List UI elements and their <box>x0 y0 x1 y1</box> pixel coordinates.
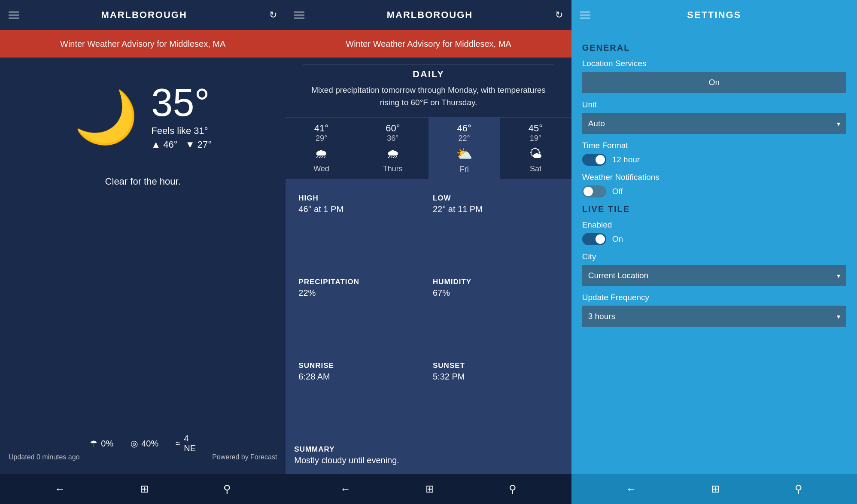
enabled-toggle[interactable] <box>582 233 606 245</box>
time-format-setting: Time Format 12 hour <box>582 141 846 166</box>
update-frequency-select-wrapper: 3 hours 1 hour 6 hours ▾ <box>582 306 846 327</box>
temp-info: 35° Feels like 31° ▲ 46° ▼ 27° <box>151 83 212 150</box>
right-panel: SETTINGS GENERAL Location Services On Un… <box>571 0 857 504</box>
sunset-detail: SUNSET 5:32 PM <box>428 355 563 439</box>
middle-bottom-bar: ← ⊞ ⚲ <box>286 474 571 504</box>
unit-label: Unit <box>582 100 846 109</box>
enabled-toggle-row: On <box>582 233 846 245</box>
update-frequency-setting: Update Frequency 3 hours 1 hour 6 hours … <box>582 293 846 327</box>
search-icon-left[interactable]: ⚲ <box>223 483 231 495</box>
divider <box>303 64 554 64</box>
city-select[interactable]: Current Location Custom <box>582 265 846 286</box>
high-value: 46° at 1 PM <box>298 204 424 214</box>
sat-low: 19° <box>530 134 541 143</box>
search-icon-middle[interactable]: ⚲ <box>509 483 517 495</box>
wed-icon: 🌧 <box>315 146 328 161</box>
humidity-value: 67% <box>433 288 559 298</box>
sunset-label: SUNSET <box>433 361 559 370</box>
temp-range: ▲ 46° ▼ 27° <box>151 139 212 150</box>
middle-title: MARLBOROUGH <box>387 9 473 21</box>
time-format-toggle-row: 12 hour <box>582 154 846 166</box>
forecast-wed[interactable]: 41° 29° 🌧 Wed <box>286 118 357 179</box>
summary-label: SUMMARY <box>294 445 562 454</box>
enabled-value: On <box>612 234 623 244</box>
home-icon-right[interactable]: ⊞ <box>711 483 720 495</box>
refresh-icon-middle[interactable]: ↻ <box>555 9 563 21</box>
city-setting: City Current Location Custom ▾ <box>582 252 846 286</box>
right-bottom-bar: ← ⊞ ⚲ <box>571 474 857 504</box>
updated-text: Updated 0 minutes ago <box>9 453 79 461</box>
thurs-low: 36° <box>387 134 398 143</box>
precip-value: 22% <box>298 288 424 298</box>
humidity-icon: ◎ <box>131 438 138 449</box>
update-frequency-select[interactable]: 3 hours 1 hour 6 hours <box>582 306 846 327</box>
sat-high: 45° <box>529 123 543 134</box>
sunrise-detail: SUNRISE 6:28 AM <box>294 355 428 439</box>
enabled-label: Enabled <box>582 220 846 230</box>
fri-high: 46° <box>457 123 471 134</box>
city-select-wrapper: Current Location Custom ▾ <box>582 265 846 286</box>
left-title: MARLBOROUGH <box>101 9 187 21</box>
sunrise-value: 6:28 AM <box>298 372 424 382</box>
low-label: LOW <box>433 194 559 203</box>
moon-icon: 🌙 <box>74 91 138 143</box>
settings-content: GENERAL Location Services On Unit Auto I… <box>571 30 857 474</box>
search-icon-right[interactable]: ⚲ <box>795 483 802 495</box>
hamburger-menu-left[interactable] <box>9 12 19 18</box>
hamburger-menu-middle[interactable] <box>294 12 304 18</box>
location-services-setting: Location Services On <box>582 59 846 100</box>
time-format-label: Time Format <box>582 141 846 150</box>
daily-section: DAILY Mixed precipitation tomorrow throu… <box>286 58 571 117</box>
weather-main: 🌙 35° Feels like 31° ▲ 46° ▼ 27° Clear f… <box>9 66 277 453</box>
hamburger-menu-right[interactable] <box>580 12 590 18</box>
left-bottom-bar: ← ⊞ ⚲ <box>0 474 286 504</box>
right-title: SETTINGS <box>687 9 741 21</box>
precip-detail: PRECIPITATION 22% <box>294 271 428 355</box>
weather-notifications-knob <box>583 187 593 196</box>
time-format-value: 12 hour <box>612 155 640 164</box>
high-detail: HIGH 46° at 1 PM <box>294 188 428 271</box>
forecast-thurs[interactable]: 60° 36° 🌧 Thurs <box>357 118 428 179</box>
daily-description: Mixed precipitation tomorrow through Mon… <box>294 84 562 109</box>
wind-icon: ≈ <box>176 439 180 449</box>
precip-label: PRECIPITATION <box>298 278 424 286</box>
location-services-button[interactable]: On <box>582 72 846 93</box>
weather-notifications-toggle[interactable] <box>582 185 606 197</box>
summary-section: SUMMARY Mostly cloudy until evening. <box>286 439 571 474</box>
weather-notifications-setting: Weather Notifications Off <box>582 173 846 197</box>
forecast-sat[interactable]: 45° 19° 🌤 Sat <box>500 118 571 179</box>
refresh-icon-left[interactable]: ↻ <box>269 9 277 21</box>
home-icon-left[interactable]: ⊞ <box>140 483 149 495</box>
humidity-value: 40% <box>141 439 158 449</box>
fri-name: Fri <box>460 165 469 174</box>
back-icon-left[interactable]: ← <box>55 483 65 495</box>
low-value: 22° at 11 PM <box>433 204 559 214</box>
middle-header: MARLBOROUGH ↻ <box>286 0 571 30</box>
humidity-stat: ◎ 40% <box>131 434 158 453</box>
left-panel: MARLBOROUGH ↻ Winter Weather Advisory fo… <box>0 0 286 504</box>
back-icon-middle[interactable]: ← <box>340 483 351 495</box>
sat-icon: 🌤 <box>529 146 542 161</box>
back-icon-right[interactable]: ← <box>626 483 636 495</box>
humidity-detail: HUMIDITY 67% <box>428 271 563 355</box>
time-format-toggle[interactable] <box>582 154 606 166</box>
forecast-fri[interactable]: 46° 22° ⛅ Fri <box>428 118 500 179</box>
unit-select[interactable]: Auto Imperial Metric <box>582 113 846 134</box>
low-detail: LOW 22° at 11 PM <box>428 188 563 271</box>
home-icon-middle[interactable]: ⊞ <box>425 483 434 495</box>
daily-title: DAILY <box>294 69 562 80</box>
umbrella-icon: ☂ <box>90 438 97 449</box>
temperature: 35° <box>151 83 212 122</box>
precipitation-stat: ☂ 0% <box>90 434 113 453</box>
humidity-label: HUMIDITY <box>433 278 559 286</box>
wind-stat: ≈ 4 NE <box>176 434 196 453</box>
right-header: SETTINGS <box>571 0 857 30</box>
unit-setting: Unit Auto Imperial Metric ▾ <box>582 100 846 134</box>
city-label: City <box>582 252 846 261</box>
high-label: HIGH <box>298 194 424 203</box>
sat-name: Sat <box>530 164 541 173</box>
weather-description: Clear for the hour. <box>105 176 181 187</box>
temp-high: ▲ 46° <box>151 139 177 150</box>
summary-value: Mostly cloudy until evening. <box>294 455 562 465</box>
thurs-name: Thurs <box>383 164 403 173</box>
